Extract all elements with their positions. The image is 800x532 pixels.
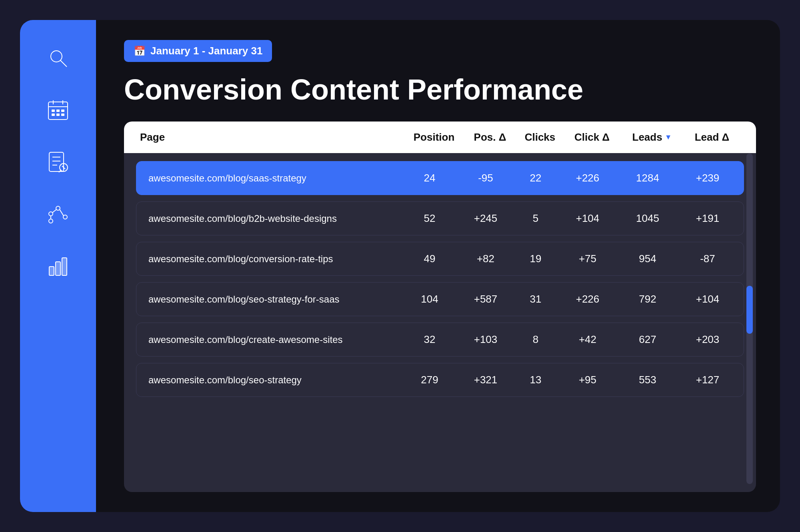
cell-leads: 1284 xyxy=(616,172,680,184)
cell-page: awesomesite.com/blog/conversion-rate-tip… xyxy=(144,253,400,265)
svg-rect-8 xyxy=(61,110,64,112)
svg-rect-26 xyxy=(49,267,54,275)
cell-pos-delta: +245 xyxy=(460,212,512,225)
cell-click-delta: +75 xyxy=(560,253,616,265)
cell-click-delta: +226 xyxy=(560,293,616,305)
svg-point-24 xyxy=(49,219,53,223)
cell-clicks: 5 xyxy=(512,212,560,225)
cell-page: awesomesite.com/blog/b2b-website-designs xyxy=(144,213,400,224)
page-title: Conversion Content Performance xyxy=(124,74,756,106)
cell-leads: 954 xyxy=(616,253,680,265)
leads-label: Leads xyxy=(632,131,662,143)
cell-pos-delta: -95 xyxy=(460,172,512,184)
header-page: Page xyxy=(140,131,404,143)
cell-click-delta: +42 xyxy=(560,333,616,346)
calendar-icon[interactable] xyxy=(44,96,72,124)
svg-line-22 xyxy=(52,209,56,213)
cell-lead-delta: +239 xyxy=(680,172,736,184)
cell-page: awesomesite.com/blog/seo-strategy xyxy=(144,375,400,386)
cell-leads: 792 xyxy=(616,293,680,305)
svg-rect-9 xyxy=(52,114,55,116)
svg-rect-6 xyxy=(52,110,55,112)
svg-rect-7 xyxy=(56,110,60,112)
cell-click-delta: +226 xyxy=(560,172,616,184)
header-lead-delta: Lead Δ xyxy=(684,131,740,143)
cell-lead-delta: -87 xyxy=(680,253,736,265)
date-badge[interactable]: 📅 January 1 - January 31 xyxy=(124,40,272,62)
cell-position: 24 xyxy=(400,172,460,184)
app-container: 📅 January 1 - January 31 Conversion Cont… xyxy=(20,20,780,512)
svg-line-23 xyxy=(60,209,64,216)
cell-position: 104 xyxy=(400,293,460,305)
scrollbar-track[interactable] xyxy=(746,153,753,484)
table-row[interactable]: awesomesite.com/blog/seo-strategy-for-sa… xyxy=(136,282,744,316)
cell-pos-delta: +82 xyxy=(460,253,512,265)
table-row[interactable]: awesomesite.com/blog/conversion-rate-tip… xyxy=(136,242,744,276)
svg-rect-12 xyxy=(49,152,64,171)
header-position: Position xyxy=(404,131,464,143)
calendar-badge-icon: 📅 xyxy=(134,46,146,57)
cell-leads: 1045 xyxy=(616,212,680,225)
svg-point-19 xyxy=(49,212,53,216)
cell-pos-delta: +321 xyxy=(460,374,512,386)
cell-leads: 553 xyxy=(616,374,680,386)
cell-clicks: 8 xyxy=(512,333,560,346)
cell-position: 52 xyxy=(400,212,460,225)
charts-icon[interactable] xyxy=(44,252,72,280)
cell-page: awesomesite.com/blog/create-awesome-site… xyxy=(144,334,400,345)
date-range-label: January 1 - January 31 xyxy=(150,45,262,57)
table-container: Page Position Pos. Δ Clicks Click Δ Lead… xyxy=(124,122,756,492)
svg-rect-28 xyxy=(62,258,67,275)
cell-leads: 627 xyxy=(616,333,680,346)
header-pos-delta: Pos. Δ xyxy=(464,131,516,143)
cell-lead-delta: +104 xyxy=(680,293,736,305)
svg-point-0 xyxy=(51,51,62,62)
reports-icon[interactable] xyxy=(44,148,72,176)
svg-rect-11 xyxy=(61,114,64,116)
header-clicks: Clicks xyxy=(516,131,564,143)
cell-lead-delta: +191 xyxy=(680,212,736,225)
cell-position: 279 xyxy=(400,374,460,386)
cell-position: 49 xyxy=(400,253,460,265)
cell-clicks: 19 xyxy=(512,253,560,265)
table-row[interactable]: awesomesite.com/blog/seo-strategy 279 +3… xyxy=(136,363,744,397)
table-row[interactable]: awesomesite.com/blog/create-awesome-site… xyxy=(136,323,744,357)
cell-click-delta: +104 xyxy=(560,212,616,225)
cell-position: 32 xyxy=(400,333,460,346)
table-header: Page Position Pos. Δ Clicks Click Δ Lead… xyxy=(124,122,756,153)
svg-line-1 xyxy=(60,60,67,67)
main-content: 📅 January 1 - January 31 Conversion Cont… xyxy=(96,20,780,512)
cell-click-delta: +95 xyxy=(560,374,616,386)
sort-arrow-icon: ▼ xyxy=(665,133,672,141)
cell-pos-delta: +587 xyxy=(460,293,512,305)
cell-clicks: 22 xyxy=(512,172,560,184)
table-body: awesomesite.com/blog/saas-strategy 24 -9… xyxy=(124,153,756,492)
table-row[interactable]: awesomesite.com/blog/saas-strategy 24 -9… xyxy=(136,161,744,195)
header-click-delta: Click Δ xyxy=(564,131,620,143)
sidebar xyxy=(20,20,96,512)
cell-page: awesomesite.com/blog/seo-strategy-for-sa… xyxy=(144,294,400,305)
cell-lead-delta: +127 xyxy=(680,374,736,386)
table-row[interactable]: awesomesite.com/blog/b2b-website-designs… xyxy=(136,201,744,235)
cell-clicks: 13 xyxy=(512,374,560,386)
cell-lead-delta: +203 xyxy=(680,333,736,346)
svg-rect-27 xyxy=(56,262,60,275)
cell-pos-delta: +103 xyxy=(460,333,512,346)
cell-clicks: 31 xyxy=(512,293,560,305)
scrollbar-thumb[interactable] xyxy=(746,286,753,334)
header-leads[interactable]: Leads ▼ xyxy=(620,131,684,143)
search-icon[interactable] xyxy=(44,44,72,72)
svg-rect-10 xyxy=(56,114,60,116)
analytics-icon[interactable] xyxy=(44,200,72,228)
cell-page: awesomesite.com/blog/saas-strategy xyxy=(144,173,400,184)
